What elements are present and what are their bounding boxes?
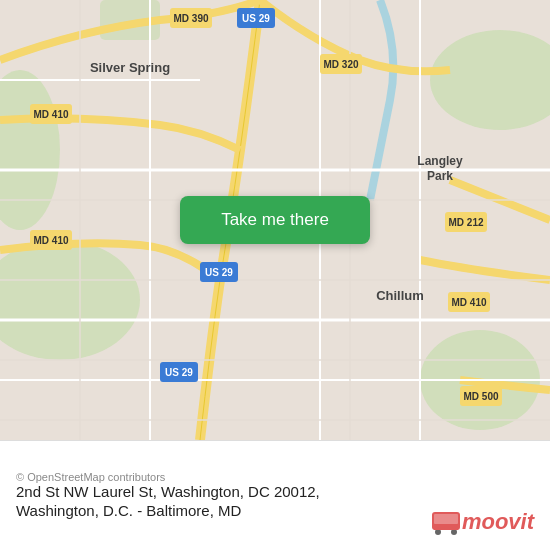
svg-text:MD 410: MD 410 [451, 297, 486, 308]
svg-text:US 29: US 29 [205, 267, 233, 278]
svg-text:US 29: US 29 [165, 367, 193, 378]
svg-text:MD 320: MD 320 [323, 59, 358, 70]
moovit-logo: moovit [430, 506, 534, 538]
map-container: MD 390 US 29 MD 320 MD 410 MD 410 US 29 … [0, 0, 550, 440]
svg-text:Chillum: Chillum [376, 288, 424, 303]
osm-attribution: © OpenStreetMap contributors [16, 471, 534, 483]
svg-text:US 29: US 29 [242, 13, 270, 24]
moovit-brand-text: moovit [462, 509, 534, 535]
svg-rect-47 [434, 526, 458, 530]
take-me-there-button[interactable]: Take me there [180, 196, 370, 244]
svg-text:Silver Spring: Silver Spring [90, 60, 170, 75]
svg-text:Park: Park [427, 169, 453, 183]
moovit-bus-icon [430, 506, 462, 538]
svg-text:MD 410: MD 410 [33, 235, 68, 246]
svg-text:MD 410: MD 410 [33, 109, 68, 120]
svg-rect-44 [434, 514, 458, 524]
svg-text:MD 390: MD 390 [173, 13, 208, 24]
info-panel: © OpenStreetMap contributors 2nd St NW L… [0, 440, 550, 550]
svg-text:Langley: Langley [417, 154, 463, 168]
svg-text:MD 212: MD 212 [448, 217, 483, 228]
osm-text: © OpenStreetMap contributors [16, 471, 165, 483]
svg-text:MD 500: MD 500 [463, 391, 498, 402]
address-line1: 2nd St NW Laurel St, Washington, DC 2001… [16, 483, 534, 500]
